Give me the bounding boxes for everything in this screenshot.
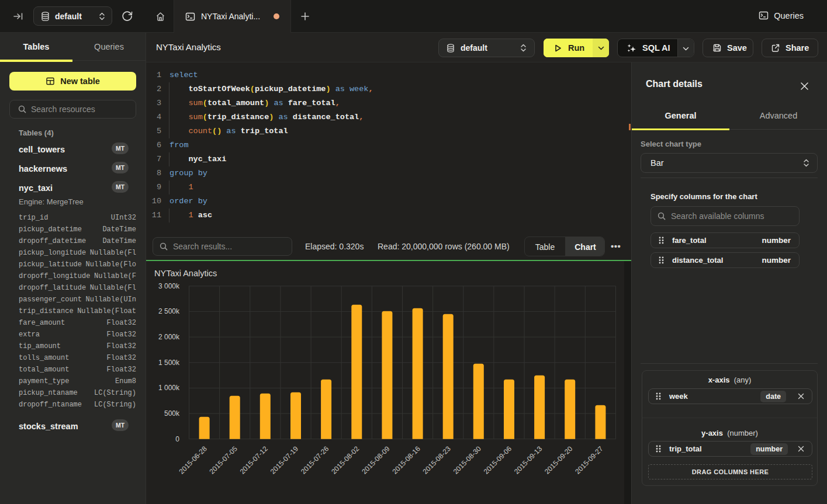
- svg-text:1 500k: 1 500k: [158, 359, 180, 367]
- svg-text:2015-06-28: 2015-06-28: [177, 444, 209, 476]
- svg-text:2015-09-27: 2015-09-27: [573, 444, 605, 476]
- svg-text:2 000k: 2 000k: [158, 333, 180, 341]
- svg-text:2015-08-16: 2015-08-16: [390, 444, 422, 476]
- svg-text:3 000k: 3 000k: [158, 282, 180, 290]
- svg-text:500k: 500k: [164, 409, 180, 418]
- svg-text:2015-09-13: 2015-09-13: [513, 444, 544, 476]
- svg-text:2015-09-20: 2015-09-20: [543, 444, 575, 476]
- svg-text:1 000k: 1 000k: [158, 384, 180, 392]
- svg-text:2015-08-30: 2015-08-30: [452, 444, 483, 476]
- svg-text:2015-09-06: 2015-09-06: [482, 444, 514, 476]
- svg-text:2015-08-09: 2015-08-09: [360, 444, 392, 476]
- svg-text:2015-07-12: 2015-07-12: [238, 444, 270, 476]
- svg-text:2015-07-19: 2015-07-19: [269, 444, 300, 476]
- svg-text:2 500k: 2 500k: [158, 307, 180, 315]
- svg-text:2015-08-02: 2015-08-02: [330, 444, 361, 476]
- svg-text:2015-07-05: 2015-07-05: [208, 444, 240, 476]
- svg-text:2015-07-26: 2015-07-26: [299, 444, 331, 476]
- svg-text:2015-08-23: 2015-08-23: [421, 444, 453, 476]
- svg-text:0: 0: [175, 435, 179, 443]
